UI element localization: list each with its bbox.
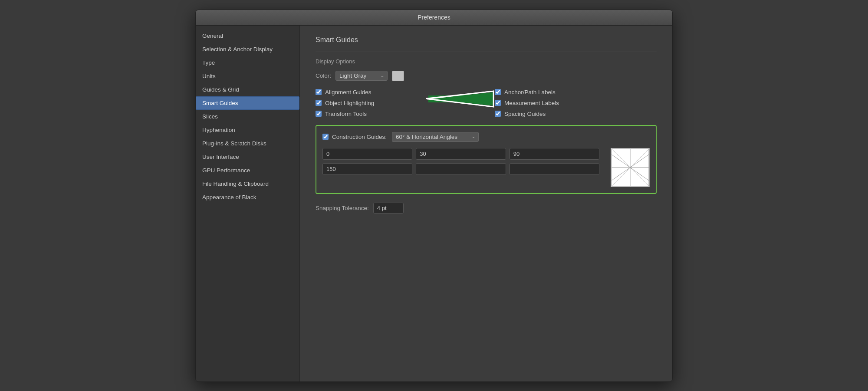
sidebar-item-file-handling[interactable]: File Handling & Clipboard [196, 177, 299, 191]
checkbox-label-alignment-guides: Alignment Guides [325, 89, 372, 95]
angle-input-0[interactable] [322, 148, 412, 160]
color-dropdown[interactable]: Light GrayCyanMagentaYellowRedGreenBlueM… [335, 71, 388, 81]
checkbox-object-highlighting[interactable] [316, 100, 322, 106]
angle-input-1[interactable] [416, 148, 506, 160]
sidebar-item-appearance-black[interactable]: Appearance of Black [196, 191, 299, 204]
window-title: Preferences [418, 14, 450, 21]
checkbox-item-measurement-labels[interactable]: Measurement Labels [495, 100, 657, 106]
snapping-label: Snapping Tolerance: [316, 205, 369, 211]
sidebar-item-gpu-performance[interactable]: GPU Performance [196, 164, 299, 177]
checkbox-spacing-guides[interactable] [495, 111, 501, 117]
color-row: Color: Light GrayCyanMagentaYellowRedGre… [316, 71, 657, 81]
sidebar-item-slices[interactable]: Slices [196, 110, 299, 123]
checkbox-item-alignment-guides[interactable]: Alignment Guides [316, 89, 477, 95]
sidebar: GeneralSelection & Anchor DisplayTypeUni… [196, 26, 300, 381]
section-title: Smart Guides [316, 36, 657, 44]
angle-input-4[interactable] [416, 163, 506, 175]
preferences-window: Preferences GeneralSelection & Anchor Di… [195, 10, 673, 382]
sidebar-item-type[interactable]: Type [196, 56, 299, 69]
angle-input-5[interactable] [510, 163, 599, 175]
checkboxes-section: Alignment GuidesAnchor/Path LabelsObject… [316, 89, 657, 117]
divider-top [316, 52, 657, 52]
color-swatch[interactable] [392, 71, 404, 81]
color-dropdown-wrapper[interactable]: Light GrayCyanMagentaYellowRedGreenBlueM… [335, 71, 388, 81]
sidebar-item-user-interface[interactable]: User Interface [196, 150, 299, 164]
sidebar-item-guides-grid[interactable]: Guides & Grid [196, 83, 299, 96]
checkbox-label-spacing-guides: Spacing Guides [504, 111, 546, 117]
sidebar-item-selection[interactable]: Selection & Anchor Display [196, 43, 299, 56]
sidebar-item-units[interactable]: Units [196, 69, 299, 83]
checkbox-transform-tools[interactable] [316, 111, 322, 117]
checkbox-label-object-highlighting: Object Highlighting [325, 100, 374, 106]
sidebar-item-smart-guides[interactable]: Smart Guides [196, 96, 299, 110]
snapping-row: Snapping Tolerance: [316, 203, 657, 214]
angle-diagram-svg [611, 148, 649, 187]
angle-input-2[interactable] [510, 148, 599, 160]
title-bar: Preferences [196, 10, 672, 26]
window-body: GeneralSelection & Anchor DisplayTypeUni… [196, 26, 672, 381]
display-options-label: Display Options [316, 58, 657, 65]
construction-guides-checkbox[interactable] [322, 134, 329, 140]
checkbox-item-object-highlighting[interactable]: Object Highlighting [316, 100, 477, 106]
checkbox-anchor-path-labels[interactable] [495, 89, 501, 95]
checkbox-measurement-labels[interactable] [495, 100, 501, 106]
angles-inputs [322, 148, 599, 175]
angles-grid [322, 148, 650, 187]
checkbox-label-anchor-path-labels: Anchor/Path Labels [504, 89, 556, 95]
angle-visual [611, 148, 650, 187]
construction-guides-label: Construction Guides: [332, 134, 387, 140]
main-content: Smart Guides Display Options Color: Ligh… [300, 26, 672, 381]
color-label: Color: [316, 72, 331, 79]
construction-guides-header: Construction Guides: 90° Angles45° Angle… [322, 132, 650, 142]
checkbox-alignment-guides[interactable] [316, 89, 322, 95]
checkbox-item-anchor-path-labels[interactable]: Anchor/Path Labels [495, 89, 657, 95]
snapping-input[interactable] [373, 203, 404, 214]
checkbox-label-measurement-labels: Measurement Labels [504, 100, 559, 106]
checkbox-item-transform-tools[interactable]: Transform Tools [316, 111, 477, 117]
checkboxes-grid: Alignment GuidesAnchor/Path LabelsObject… [316, 89, 657, 117]
checkbox-label-transform-tools: Transform Tools [325, 111, 367, 117]
construction-dropdown[interactable]: 90° Angles45° Angles60° & Horizontal Ang… [392, 132, 479, 142]
construction-guides-box: Construction Guides: 90° Angles45° Angle… [316, 125, 657, 194]
sidebar-item-plugins[interactable]: Plug-ins & Scratch Disks [196, 137, 299, 150]
checkbox-item-spacing-guides[interactable]: Spacing Guides [495, 111, 657, 117]
construction-dropdown-wrapper[interactable]: 90° Angles45° Angles60° & Horizontal Ang… [392, 132, 479, 142]
sidebar-item-hyphenation[interactable]: Hyphenation [196, 123, 299, 137]
angle-input-3[interactable] [322, 163, 412, 175]
sidebar-item-general[interactable]: General [196, 29, 299, 43]
